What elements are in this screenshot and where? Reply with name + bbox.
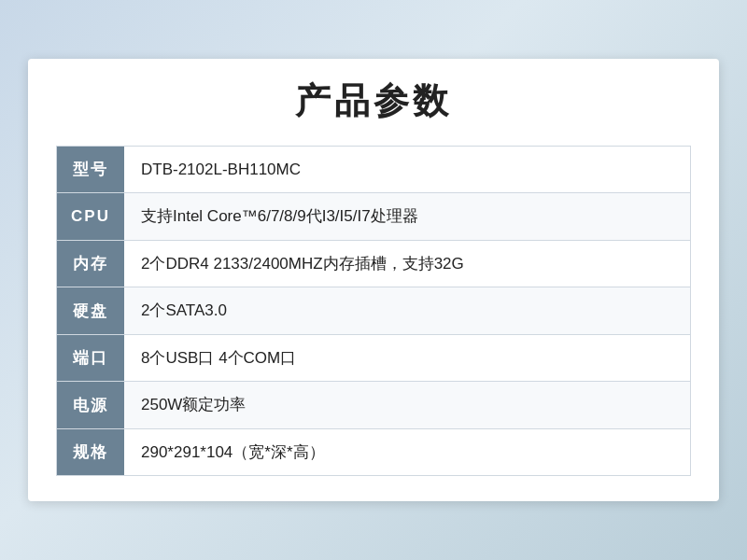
spec-row: 端口8个USB口 4个COM口 [56, 334, 691, 383]
spec-label: 硬盘 [57, 287, 124, 334]
spec-value: 290*291*104（宽*深*高） [124, 429, 690, 476]
spec-label: 规格 [57, 429, 124, 476]
spec-label: 端口 [57, 335, 124, 382]
spec-label: 电源 [57, 382, 124, 428]
spec-row: 内存2个DDR4 2133/2400MHZ内存插槽，支持32G [56, 240, 691, 288]
spec-row: 电源250W额定功率 [56, 381, 691, 429]
spec-row: 型号 DTB-2102L-BH110MC [56, 146, 691, 194]
spec-row: 硬盘2个SATA3.0 [56, 287, 691, 335]
spec-row: 规格290*291*104（宽*深*高） [56, 428, 691, 477]
spec-row: CPU支持Intel Core™6/7/8/9代I3/I5/I7处理器 [56, 192, 691, 241]
page-title: 产品参数 [56, 77, 691, 125]
spec-label: CPU [57, 193, 124, 240]
product-spec-card: 产品参数 型号 DTB-2102L-BH110MCCPU支持Intel Core… [28, 59, 719, 502]
spec-value: DTB-2102L-BH110MC [124, 147, 690, 193]
spec-label: 内存 [57, 241, 124, 287]
spec-value: 支持Intel Core™6/7/8/9代I3/I5/I7处理器 [124, 193, 690, 240]
spec-value: 2个SATA3.0 [124, 287, 690, 334]
spec-value: 250W额定功率 [124, 382, 690, 428]
spec-label: 型号 [57, 147, 124, 193]
spec-table: 型号 DTB-2102L-BH110MCCPU支持Intel Core™6/7/… [56, 146, 691, 477]
spec-value: 2个DDR4 2133/2400MHZ内存插槽，支持32G [124, 241, 690, 287]
spec-value: 8个USB口 4个COM口 [124, 335, 690, 382]
